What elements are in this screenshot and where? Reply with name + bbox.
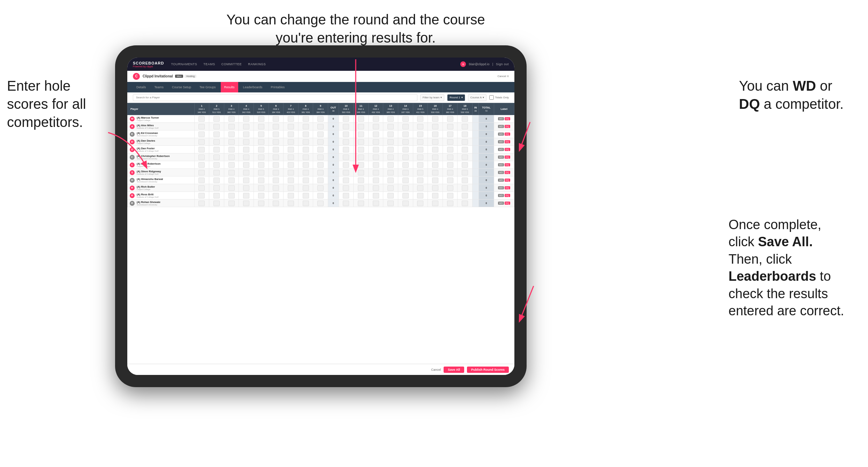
score-input-h4[interactable] (243, 185, 249, 191)
score-input-h17[interactable] (447, 162, 453, 168)
score-input-h16[interactable] (432, 201, 438, 206)
score-input-h18[interactable] (462, 193, 468, 198)
score-input-h18[interactable] (462, 185, 468, 191)
score-input-h1[interactable] (198, 147, 205, 152)
score-input-h16[interactable] (432, 178, 438, 183)
score-input-h6[interactable] (273, 155, 279, 160)
score-input-h3[interactable] (228, 155, 235, 160)
score-input-h13[interactable] (387, 193, 394, 198)
score-input-h2[interactable] (213, 116, 220, 122)
score-input-h7[interactable] (288, 162, 294, 168)
score-input-h3[interactable] (228, 162, 235, 168)
score-input-h1[interactable] (198, 201, 205, 206)
score-input-h3[interactable] (228, 170, 235, 175)
score-input-h5[interactable] (258, 147, 264, 152)
score-input-h3[interactable] (228, 139, 235, 145)
score-input-h5[interactable] (258, 124, 264, 129)
score-input-h9[interactable] (317, 139, 324, 145)
score-input-h15[interactable] (417, 185, 423, 191)
score-input-h1[interactable] (198, 162, 205, 168)
score-input-h15[interactable] (417, 162, 423, 168)
score-input-h3[interactable] (228, 116, 235, 122)
tab-results[interactable]: Results (221, 82, 238, 92)
score-input-h13[interactable] (387, 170, 394, 175)
score-input-h17[interactable] (447, 147, 453, 152)
score-input-h2[interactable] (213, 162, 220, 168)
score-input-h13[interactable] (387, 162, 394, 168)
score-input-h2[interactable] (213, 178, 220, 183)
score-input-h18[interactable] (462, 116, 468, 122)
dq-button[interactable]: DQ (505, 117, 510, 120)
score-input-h18[interactable] (462, 201, 468, 206)
score-input-h15[interactable] (417, 193, 423, 198)
wd-button[interactable]: WD (498, 171, 504, 174)
score-input-h14[interactable] (402, 147, 409, 152)
score-input-h5[interactable] (258, 131, 264, 137)
score-input-h8[interactable] (303, 162, 309, 168)
score-input-h7[interactable] (288, 131, 294, 137)
score-input-h11[interactable] (358, 178, 364, 183)
score-input-h17[interactable] (447, 139, 453, 145)
score-input-h7[interactable] (288, 155, 294, 160)
score-input-h18[interactable] (462, 178, 468, 183)
score-input-h8[interactable] (303, 116, 309, 122)
nav-rankings[interactable]: RANKINGS (248, 62, 266, 66)
score-input-h3[interactable] (228, 193, 235, 198)
score-input-h18[interactable] (462, 147, 468, 152)
score-input-h12[interactable] (373, 147, 379, 152)
wd-button[interactable]: WD (498, 148, 504, 151)
score-input-h17[interactable] (447, 178, 453, 183)
score-input-h11[interactable] (358, 116, 364, 122)
score-input-h1[interactable] (198, 139, 205, 145)
score-input-h1[interactable] (198, 124, 205, 129)
score-input-h17[interactable] (447, 185, 453, 191)
score-input-h6[interactable] (273, 185, 279, 191)
score-input-h17[interactable] (447, 201, 453, 206)
score-input-h18[interactable] (462, 131, 468, 137)
score-input-h1[interactable] (198, 178, 205, 183)
score-input-h5[interactable] (258, 185, 264, 191)
score-input-h17[interactable] (447, 131, 453, 137)
score-input-h8[interactable] (303, 124, 309, 129)
score-input-h7[interactable] (288, 185, 294, 191)
score-input-h13[interactable] (387, 116, 394, 122)
score-input-h13[interactable] (387, 147, 394, 152)
score-input-h1[interactable] (198, 131, 205, 137)
dq-button[interactable]: DQ (505, 202, 510, 205)
score-input-h9[interactable] (317, 147, 324, 152)
dq-button[interactable]: DQ (505, 179, 510, 182)
score-input-h2[interactable] (213, 193, 220, 198)
score-input-h6[interactable] (273, 124, 279, 129)
score-input-h4[interactable] (243, 147, 249, 152)
score-input-h10[interactable] (343, 193, 349, 198)
score-input-h17[interactable] (447, 193, 453, 198)
tab-tee-groups[interactable]: Tee Groups (196, 82, 219, 92)
tab-teams[interactable]: Teams (151, 82, 167, 92)
score-input-h13[interactable] (387, 124, 394, 129)
score-input-h8[interactable] (303, 201, 309, 206)
score-input-h12[interactable] (373, 170, 379, 175)
score-input-h9[interactable] (317, 155, 324, 160)
score-input-h16[interactable] (432, 155, 438, 160)
score-input-h18[interactable] (462, 162, 468, 168)
score-input-h12[interactable] (373, 193, 379, 198)
score-input-h15[interactable] (417, 131, 423, 137)
score-input-h6[interactable] (273, 178, 279, 183)
score-input-h7[interactable] (288, 116, 294, 122)
score-input-h12[interactable] (373, 178, 379, 183)
score-input-h3[interactable] (228, 185, 235, 191)
score-input-h4[interactable] (243, 155, 249, 160)
score-input-h14[interactable] (402, 201, 409, 206)
dq-button[interactable]: DQ (505, 186, 510, 189)
score-input-h11[interactable] (358, 170, 364, 175)
score-input-h10[interactable] (343, 139, 349, 145)
filter-by-team-dropdown[interactable]: Filter by team ▾ (420, 94, 444, 101)
score-input-h1[interactable] (198, 116, 205, 122)
score-input-h5[interactable] (258, 162, 264, 168)
score-input-h7[interactable] (288, 193, 294, 198)
score-input-h4[interactable] (243, 139, 249, 145)
score-input-h2[interactable] (213, 185, 220, 191)
score-input-h12[interactable] (373, 116, 379, 122)
score-input-h7[interactable] (288, 124, 294, 129)
score-input-h13[interactable] (387, 185, 394, 191)
